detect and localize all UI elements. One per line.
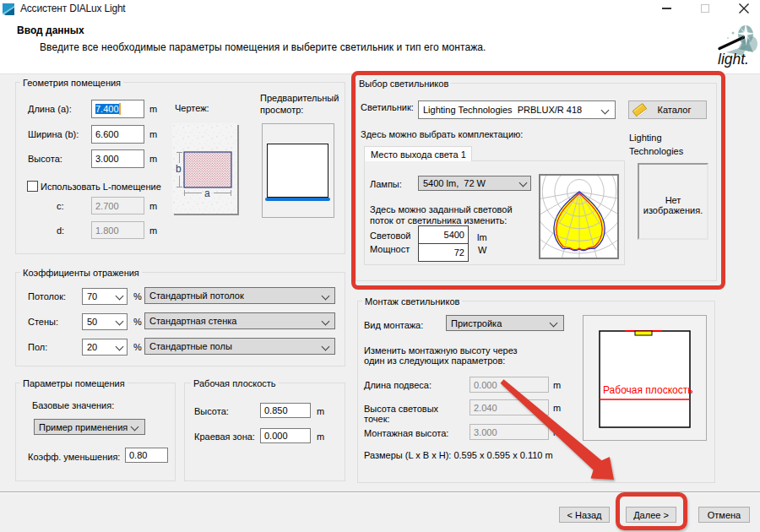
svg-text:a: a: [204, 187, 210, 199]
svg-text:b: b: [176, 163, 182, 175]
svg-text:light.: light.: [718, 51, 749, 68]
